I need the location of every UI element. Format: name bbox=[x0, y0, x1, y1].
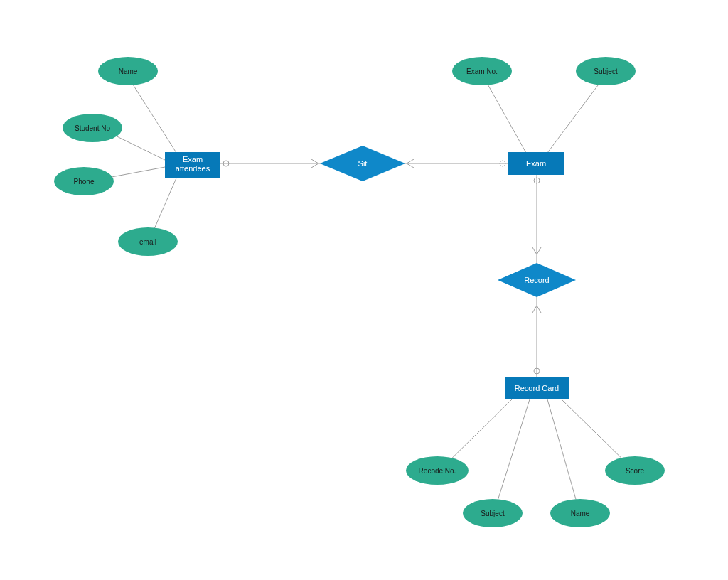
entity-label: Exam bbox=[183, 155, 203, 163]
entity-label: Record Card bbox=[515, 384, 559, 392]
entity-label: Exam bbox=[526, 159, 546, 168]
attribute-label: Recode No. bbox=[419, 467, 456, 475]
relationship-label: Sit bbox=[358, 159, 368, 168]
attribute-label: Exam No. bbox=[466, 68, 498, 75]
connector bbox=[547, 399, 579, 512]
entity-label: attendees bbox=[176, 164, 210, 173]
connector bbox=[483, 77, 526, 153]
attribute-label: Subject bbox=[594, 68, 618, 75]
connector bbox=[494, 399, 530, 512]
connector bbox=[547, 77, 604, 153]
relationship-label: Record bbox=[524, 276, 549, 284]
attribute-label: Name bbox=[571, 510, 590, 517]
attribute-label: Name bbox=[119, 68, 138, 75]
attribute-label: Phone bbox=[74, 178, 95, 186]
attribute-label: Score bbox=[626, 467, 645, 475]
attribute-label: Student No bbox=[75, 124, 110, 132]
attribute-label: Subject bbox=[481, 510, 505, 517]
attribute-label: email bbox=[139, 238, 156, 246]
er-diagram: Name Student No Phone email Exam attende… bbox=[0, 0, 728, 580]
connector bbox=[128, 77, 178, 155]
